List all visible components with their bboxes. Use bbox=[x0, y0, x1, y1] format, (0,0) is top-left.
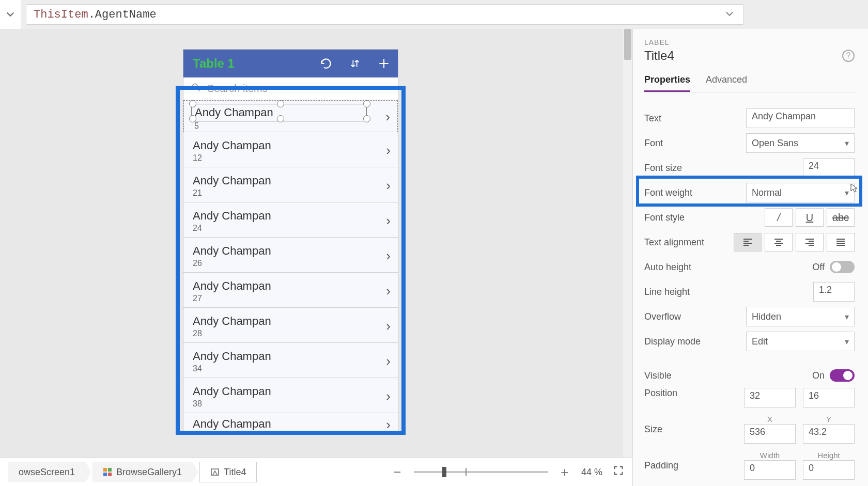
gallery-item[interactable]: Andy Champan26› bbox=[183, 238, 398, 273]
lineheight-input[interactable]: 1.2 bbox=[813, 282, 855, 302]
padding-top-input[interactable]: 0 bbox=[744, 460, 796, 480]
property-dropdown[interactable] bbox=[0, 0, 21, 29]
zoom-slider[interactable] bbox=[414, 471, 548, 473]
align-right-button[interactable] bbox=[796, 233, 824, 252]
gallery-item[interactable]: Andy Champan24› bbox=[183, 202, 398, 238]
chevron-right-icon[interactable]: › bbox=[386, 213, 391, 229]
align-left-button[interactable] bbox=[734, 233, 762, 252]
gallery-item[interactable]: Andy Champan21› bbox=[183, 167, 398, 202]
prop-textalign-label: Text alignment bbox=[644, 237, 734, 248]
svg-rect-4 bbox=[108, 473, 112, 476]
chevron-right-icon[interactable]: › bbox=[385, 109, 390, 125]
svg-rect-5 bbox=[211, 469, 219, 475]
overflow-dropdown[interactable]: Hidden ▾ bbox=[746, 307, 855, 326]
svg-rect-2 bbox=[108, 468, 112, 472]
chevron-right-icon[interactable]: › bbox=[386, 417, 391, 433]
chevron-right-icon[interactable]: › bbox=[386, 283, 391, 299]
prop-overflow-label: Overflow bbox=[644, 311, 746, 322]
item-name: Andy Champan bbox=[193, 174, 271, 187]
breadcrumb-title[interactable]: Title4 bbox=[199, 462, 257, 482]
prop-displaymode-label: Display mode bbox=[644, 336, 746, 347]
item-name: Andy Champan bbox=[193, 315, 271, 328]
chevron-down-icon: ▾ bbox=[845, 312, 849, 322]
zoom-in-button[interactable]: + bbox=[559, 464, 571, 480]
svg-rect-3 bbox=[103, 473, 107, 476]
tab-properties[interactable]: Properties bbox=[644, 74, 690, 92]
padding-bottom-input[interactable]: 0 bbox=[803, 460, 855, 480]
visible-toggle[interactable] bbox=[830, 369, 855, 382]
text-input[interactable]: Andy Champan bbox=[746, 108, 855, 128]
tab-advanced[interactable]: Advanced bbox=[706, 74, 747, 92]
prop-position-label: Position bbox=[644, 388, 744, 399]
search-row[interactable]: Search items bbox=[183, 77, 398, 100]
resize-handle[interactable] bbox=[277, 100, 284, 107]
chevron-right-icon[interactable]: › bbox=[386, 248, 391, 264]
breadcrumb-gallery[interactable]: BrowseGallery1 bbox=[92, 462, 192, 482]
help-icon[interactable]: ? bbox=[842, 50, 855, 62]
canvas-scrollbar[interactable] bbox=[623, 29, 632, 458]
gallery-item[interactable]: Andy Champan38› bbox=[183, 378, 398, 413]
chevron-down-icon: ▾ bbox=[845, 337, 849, 347]
gallery-item[interactable]: Andy Champan12› bbox=[183, 132, 398, 167]
gallery-item[interactable]: Andy Champan› bbox=[183, 413, 398, 434]
align-center-button[interactable] bbox=[765, 233, 793, 252]
item-name: Andy Champan bbox=[193, 209, 271, 223]
zoom-slider-thumb[interactable] bbox=[442, 467, 446, 477]
gallery-item-selected[interactable]: Andy Champan 5 › bbox=[183, 100, 398, 132]
item-name: Andy Champan bbox=[193, 417, 271, 431]
expand-formula-icon[interactable] bbox=[723, 9, 736, 21]
item-sub: 24 bbox=[193, 224, 271, 233]
resize-handle[interactable] bbox=[363, 100, 370, 107]
chevron-right-icon[interactable]: › bbox=[386, 353, 391, 369]
displaymode-dropdown[interactable]: Edit ▾ bbox=[746, 332, 855, 351]
zoom-out-button[interactable]: − bbox=[391, 464, 404, 480]
chevron-right-icon[interactable]: › bbox=[386, 388, 391, 404]
fontsize-input[interactable]: 24 bbox=[803, 158, 855, 178]
gallery-item[interactable]: Andy Champan27› bbox=[183, 273, 398, 308]
breadcrumb: owseScreen1 BrowseGallery1 Title4 bbox=[8, 462, 257, 482]
sort-icon[interactable] bbox=[348, 57, 362, 70]
resize-handle[interactable] bbox=[363, 115, 370, 122]
item-name: Andy Champan bbox=[193, 385, 271, 398]
font-dropdown[interactable]: Open Sans ▾ bbox=[746, 133, 855, 153]
scrollbar-thumb[interactable] bbox=[624, 29, 631, 60]
svg-rect-1 bbox=[103, 468, 107, 472]
control-name[interactable]: Title4 bbox=[644, 49, 674, 63]
search-icon bbox=[191, 82, 201, 96]
item-sub: 38 bbox=[193, 399, 271, 409]
item-name: Andy Champan bbox=[193, 244, 271, 258]
align-justify-button[interactable] bbox=[827, 233, 855, 252]
prop-font-label: Font bbox=[644, 138, 746, 149]
italic-button[interactable]: / bbox=[765, 208, 793, 227]
resize-handle[interactable] bbox=[189, 100, 196, 107]
item-sub: 26 bbox=[193, 259, 271, 268]
position-y-input[interactable]: 16 bbox=[803, 388, 855, 407]
add-icon[interactable] bbox=[377, 57, 391, 70]
prop-visible-label: Visible bbox=[644, 370, 746, 381]
autoheight-toggle[interactable] bbox=[830, 261, 855, 273]
chevron-right-icon[interactable]: › bbox=[386, 318, 391, 334]
fit-to-screen-icon[interactable] bbox=[613, 465, 624, 479]
screen-title: Table 1 bbox=[193, 56, 235, 71]
control-type-label: LABEL bbox=[644, 38, 855, 46]
position-x-input[interactable]: 32 bbox=[744, 388, 796, 407]
chevron-right-icon[interactable]: › bbox=[386, 143, 391, 159]
prop-fontstyle-label: Font style bbox=[644, 212, 746, 223]
size-width-input[interactable]: 536 bbox=[744, 424, 796, 444]
size-height-input[interactable]: 43.2 bbox=[803, 424, 855, 444]
strikethrough-button[interactable]: abc bbox=[827, 208, 855, 227]
prop-lineheight-label: Line height bbox=[644, 287, 746, 297]
resize-handle[interactable] bbox=[277, 115, 284, 122]
refresh-icon[interactable] bbox=[319, 57, 333, 70]
fontweight-dropdown[interactable]: Normal ▾ bbox=[746, 183, 855, 202]
app-preview[interactable]: Table 1 Search items Andy Ch bbox=[183, 50, 398, 432]
item-sub: 21 bbox=[193, 189, 271, 198]
canvas[interactable]: Table 1 Search items Andy Ch bbox=[0, 29, 632, 458]
underline-button[interactable]: U bbox=[796, 208, 824, 227]
chevron-right-icon[interactable]: › bbox=[386, 178, 391, 194]
formula-bar[interactable]: ThisItem.AgentName bbox=[26, 4, 744, 25]
gallery-item[interactable]: Andy Champan34› bbox=[183, 343, 398, 378]
prop-size-label: Size bbox=[644, 424, 744, 435]
breadcrumb-screen[interactable]: owseScreen1 bbox=[8, 462, 85, 482]
gallery-item[interactable]: Andy Champan28› bbox=[183, 308, 398, 343]
